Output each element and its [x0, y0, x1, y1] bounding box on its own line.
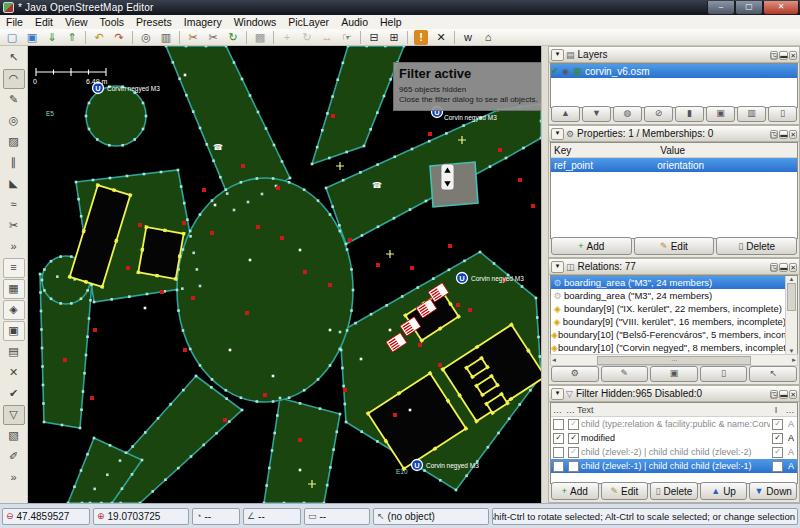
maximize-button[interactable]: ▢ — [735, 1, 763, 15]
layer-active-check-icon[interactable]: ✔ — [551, 66, 562, 76]
zoom-mode-icon[interactable]: ◎ — [3, 111, 25, 131]
car-preset-icon[interactable]: ⊟ — [365, 30, 383, 45]
filter-row[interactable]: ✓✓child (zlevel:-1) | child child child … — [551, 459, 797, 473]
presets-icon[interactable]: ▧ — [3, 426, 25, 446]
move-filter-down[interactable]: ▼Down — [749, 482, 797, 500]
filter-table[interactable]: ……TextI… ✓child (type:relation & facilit… — [550, 402, 798, 484]
more-tools-icon[interactable]: » — [3, 237, 25, 257]
imagery-layer-icon[interactable]: ▤ — [3, 342, 25, 362]
move-filter-up[interactable]: ▲Up — [700, 482, 748, 500]
relation-row[interactable]: ◈boundary[9] ("IX. kerület", 22 members,… — [551, 302, 786, 315]
properties-table[interactable]: Key Value ref_pointorientation — [550, 142, 798, 239]
update-data-icon[interactable]: ↻ — [224, 30, 242, 45]
pan-icon[interactable]: ☞ — [338, 30, 356, 45]
collapse-arrow-icon[interactable]: ▾ — [551, 128, 564, 140]
duplicate-relation-button[interactable]: ▣ — [650, 366, 698, 382]
close-button[interactable]: ✕ — [789, 390, 797, 399]
delete-tool-icon[interactable]: ✕ — [432, 30, 450, 45]
filter-inverted-checkbox[interactable]: ✓ — [772, 419, 783, 430]
collapse-arrow-icon[interactable]: ▾ — [551, 388, 564, 400]
map-canvas[interactable]: ☎☎UCorvin negyed M3UCorvin negyed M3UCor… — [28, 46, 541, 503]
map-paint-icon[interactable]: ▦ — [3, 279, 25, 299]
collapse-button[interactable]: ▬ — [779, 130, 788, 139]
filter-enabled-checkbox[interactable]: ✓ — [553, 461, 564, 472]
preferences-icon[interactable]: ▥ — [157, 30, 175, 45]
new-relation-button[interactable]: ⚙ — [551, 366, 599, 382]
close-button[interactable]: ✕ — [763, 1, 799, 15]
unglue-mode-icon[interactable]: ✂ — [3, 216, 25, 236]
select-icon[interactable]: ↖ — [3, 48, 25, 68]
detach-button[interactable]: ◳ — [770, 390, 779, 399]
layer-row[interactable]: ✔◉▦corvin_v6.osm — [551, 64, 797, 78]
relation-row[interactable]: ◈boundary[10] ("Belső-Ferencváros", 5 me… — [551, 328, 786, 341]
relation-row[interactable]: ⚙boarding_area ("M3", 24 members) — [551, 289, 786, 302]
draw-nodes-icon[interactable]: ✎ — [3, 90, 25, 110]
menu-edit[interactable]: Edit — [29, 16, 59, 29]
relation-row[interactable]: ◈boundary[9] ("VIII. kerület", 16 member… — [551, 315, 786, 328]
factory-icon[interactable]: ⌂ — [479, 30, 497, 45]
relations-vertical-scrollbar[interactable]: ▲▼ — [785, 276, 797, 354]
duplicate-layer-button[interactable]: ▥ — [737, 106, 766, 122]
relations-list[interactable]: ⚙boarding_area ("M3", 24 members)⚙boardi… — [550, 275, 798, 355]
filter-enabled-checkbox[interactable] — [553, 447, 564, 458]
property-row[interactable]: ref_pointorientation — [551, 158, 797, 172]
filter-inverted-checkbox[interactable]: ✓ — [772, 433, 783, 444]
detach-button[interactable]: ◳ — [770, 263, 779, 272]
filter-hiding-checkbox[interactable]: ✓ — [568, 433, 579, 444]
menu-help[interactable]: Help — [374, 16, 408, 29]
layers-list[interactable]: ✔◉▦corvin_v6.osm — [550, 63, 798, 108]
bus-preset-icon[interactable]: ⊞ — [385, 30, 403, 45]
filter-row[interactable]: ✓child (type:relation & facility:public … — [551, 417, 797, 431]
edit-filter[interactable]: ✎Edit — [601, 482, 649, 500]
show-hide-layer-button[interactable]: ⊘ — [644, 106, 673, 122]
delete-relation-button[interactable]: ▯ — [700, 366, 748, 382]
add-filter[interactable]: +Add — [551, 482, 599, 500]
redo-icon[interactable]: ↷ — [110, 30, 128, 45]
menu-presets[interactable]: Presets — [130, 16, 178, 29]
menu-audio[interactable]: Audio — [335, 16, 374, 29]
validation-errors-icon[interactable]: ✕ — [3, 363, 25, 383]
filter-inverted-checkbox[interactable]: ✓ — [772, 447, 783, 458]
filter-inverted-checkbox[interactable]: ✓ — [772, 461, 783, 472]
delete-button[interactable]: ▯Delete — [716, 237, 797, 255]
collapse-button[interactable]: ▬ — [779, 390, 788, 399]
relation-row[interactable]: ⚙boarding_area ("M3", 24 members) — [551, 276, 786, 289]
delete-filter[interactable]: ▯Delete — [650, 482, 698, 500]
audio-warning-icon[interactable]: ! — [414, 30, 428, 45]
photo-icon[interactable]: ▣ — [3, 321, 25, 341]
close-button[interactable]: ✕ — [789, 51, 797, 60]
filter-row[interactable]: ✓child (zlevel:-2) | child child child (… — [551, 445, 797, 459]
parallel-way-icon[interactable]: ∥ — [3, 153, 25, 173]
filter-enabled-checkbox[interactable]: ✓ — [553, 433, 564, 444]
menu-piclayer[interactable]: PicLayer — [282, 16, 335, 29]
split-way-icon[interactable]: ✂ — [204, 30, 222, 45]
collapse-button[interactable]: ▬ — [779, 263, 788, 272]
menu-imagery[interactable]: Imagery — [178, 16, 228, 29]
map-svg[interactable]: ☎☎UCorvin negyed M3UCorvin negyed M3UCor… — [28, 46, 541, 503]
delete-layer-button[interactable]: ▯ — [768, 106, 797, 122]
relation-row[interactable]: ◈boundary[10] ("Corvin negyed", 8 member… — [551, 341, 786, 354]
filter-hiding-checkbox[interactable]: ✓ — [568, 461, 579, 472]
menu-file[interactable]: File — [0, 16, 29, 29]
menu-windows[interactable]: Windows — [228, 16, 283, 29]
move-layer-down-button[interactable]: ▼ — [582, 106, 611, 122]
wikipedia-icon[interactable]: w — [459, 30, 477, 45]
filter-enabled-checkbox[interactable] — [553, 419, 564, 430]
blend-mode-button[interactable]: ◍ — [613, 106, 642, 122]
measurement-icon[interactable]: ✐ — [3, 447, 25, 467]
filter-hiding-checkbox[interactable]: ✓ — [568, 419, 579, 430]
save-icon[interactable]: ▣ — [23, 30, 41, 45]
download-icon[interactable]: ⇓ — [43, 30, 61, 45]
lasso-icon[interactable]: ◠ — [3, 69, 25, 89]
layer-list-icon[interactable]: ≡ — [3, 258, 25, 278]
filter-icon[interactable]: ▽ — [3, 405, 25, 425]
unglue-icon[interactable]: ✂ — [184, 30, 202, 45]
close-button[interactable]: ✕ — [789, 263, 797, 272]
collapse-arrow-icon[interactable]: ▾ — [551, 261, 564, 273]
layer-visibility-eye-icon[interactable]: ◉ — [562, 67, 573, 76]
move-layer-up-button[interactable]: ▲ — [551, 106, 580, 122]
delete-mode-icon[interactable]: ▨ — [3, 132, 25, 152]
edit-button[interactable]: ✎Edit — [634, 237, 715, 255]
merge-layer-button[interactable]: ▣ — [706, 106, 735, 122]
filter-hiding-checkbox[interactable]: ✓ — [568, 447, 579, 458]
